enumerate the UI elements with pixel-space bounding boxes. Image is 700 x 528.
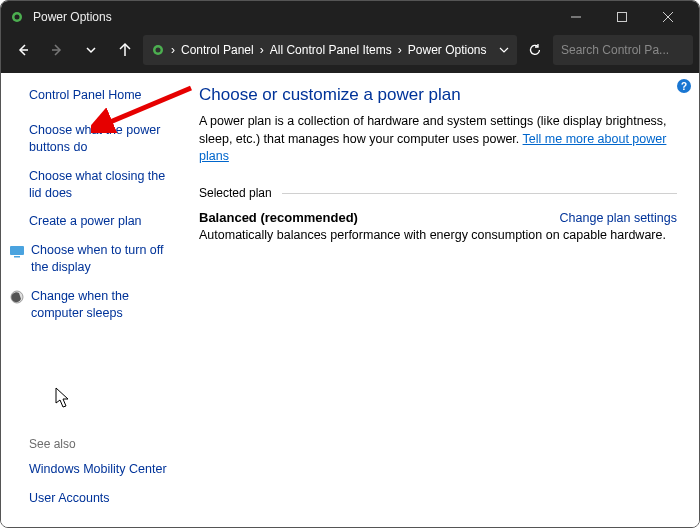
control-panel-home-link[interactable]: Control Panel Home	[29, 87, 179, 104]
seealso-mobility-center[interactable]: Windows Mobility Center	[29, 461, 179, 478]
breadcrumb-item[interactable]: All Control Panel Items	[270, 43, 392, 57]
search-placeholder: Search Control Pa...	[561, 43, 669, 57]
sleep-icon	[9, 289, 25, 305]
seealso-header: See also	[29, 437, 179, 451]
help-icon[interactable]: ?	[677, 79, 691, 93]
up-button[interactable]	[109, 35, 141, 65]
titlebar: Power Options	[1, 1, 699, 33]
window-controls	[553, 1, 691, 33]
sidebar-link-power-buttons[interactable]: Choose what the power buttons do	[29, 122, 179, 156]
change-plan-settings-link[interactable]: Change plan settings	[560, 211, 677, 225]
sidebar: Control Panel Home Choose what the power…	[1, 73, 191, 528]
sidebar-link-create-plan[interactable]: Create a power plan	[29, 213, 179, 230]
window-title: Power Options	[33, 10, 553, 24]
search-input[interactable]: Search Control Pa...	[553, 35, 693, 65]
page-description: A power plan is a collection of hardware…	[199, 113, 677, 166]
selected-plan-label: Selected plan	[199, 186, 677, 200]
folder-icon	[151, 43, 165, 57]
sidebar-link-sleep[interactable]: Change when the computer sleeps	[31, 288, 179, 322]
recent-dropdown[interactable]	[75, 35, 107, 65]
forward-button[interactable]	[41, 35, 73, 65]
breadcrumb-sep: ›	[258, 43, 266, 57]
sidebar-link-display-off[interactable]: Choose when to turn off the display	[31, 242, 179, 276]
plan-description: Automatically balances performance with …	[199, 228, 677, 242]
breadcrumb-item[interactable]: Control Panel	[181, 43, 254, 57]
close-button[interactable]	[645, 1, 691, 33]
refresh-button[interactable]	[519, 35, 551, 65]
app-icon	[9, 9, 25, 25]
svg-point-1	[15, 15, 20, 20]
seealso-user-accounts[interactable]: User Accounts	[29, 490, 179, 507]
navbar: › Control Panel › All Control Panel Item…	[1, 33, 699, 73]
main-panel: ? Choose or customize a power plan A pow…	[191, 73, 699, 528]
plan-name: Balanced (recommended)	[199, 210, 358, 225]
breadcrumb-sep: ›	[169, 43, 177, 57]
breadcrumb-sep: ›	[396, 43, 404, 57]
content: Control Panel Home Choose what the power…	[1, 73, 699, 528]
breadcrumb-item[interactable]: Power Options	[408, 43, 487, 57]
maximize-button[interactable]	[599, 1, 645, 33]
sidebar-link-lid[interactable]: Choose what closing the lid does	[29, 168, 179, 202]
svg-rect-12	[10, 246, 24, 255]
divider	[282, 193, 677, 194]
svg-rect-13	[14, 256, 20, 258]
svg-point-10	[156, 48, 161, 53]
minimize-button[interactable]	[553, 1, 599, 33]
chevron-down-icon[interactable]	[499, 45, 509, 55]
svg-rect-3	[618, 13, 627, 22]
address-bar[interactable]: › Control Panel › All Control Panel Item…	[143, 35, 517, 65]
back-button[interactable]	[7, 35, 39, 65]
page-headline: Choose or customize a power plan	[199, 85, 677, 105]
display-icon	[9, 243, 25, 259]
